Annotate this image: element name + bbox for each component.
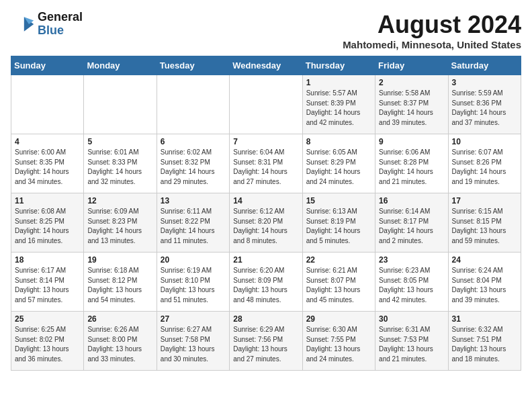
day-info: Sunrise: 6:07 AM Sunset: 8:26 PM Dayligh… bbox=[452, 148, 517, 187]
calendar-cell: 20Sunrise: 6:19 AM Sunset: 8:10 PM Dayli… bbox=[157, 253, 229, 312]
day-number: 15 bbox=[306, 196, 371, 205]
calendar-cell: 1Sunrise: 5:57 AM Sunset: 8:39 PM Daylig… bbox=[302, 75, 375, 134]
calendar-cell: 14Sunrise: 6:12 AM Sunset: 8:20 PM Dayli… bbox=[230, 193, 302, 253]
day-info: Sunrise: 6:32 AM Sunset: 7:51 PM Dayligh… bbox=[452, 325, 517, 364]
calendar-cell: 15Sunrise: 6:13 AM Sunset: 8:19 PM Dayli… bbox=[302, 193, 375, 253]
calendar-cell: 7Sunrise: 6:04 AM Sunset: 8:31 PM Daylig… bbox=[230, 134, 302, 193]
day-number: 28 bbox=[233, 314, 298, 324]
calendar-cell: 12Sunrise: 6:09 AM Sunset: 8:23 PM Dayli… bbox=[84, 193, 157, 253]
day-info: Sunrise: 6:17 AM Sunset: 8:14 PM Dayligh… bbox=[15, 266, 80, 305]
calendar-cell: 2Sunrise: 5:58 AM Sunset: 8:37 PM Daylig… bbox=[375, 75, 448, 134]
day-info: Sunrise: 6:26 AM Sunset: 8:00 PM Dayligh… bbox=[87, 325, 152, 364]
calendar-cell: 23Sunrise: 6:23 AM Sunset: 8:05 PM Dayli… bbox=[375, 253, 448, 312]
calendar-cell: 30Sunrise: 6:31 AM Sunset: 7:53 PM Dayli… bbox=[375, 312, 448, 371]
calendar-cell: 4Sunrise: 6:00 AM Sunset: 8:35 PM Daylig… bbox=[11, 134, 84, 193]
calendar-cell: 22Sunrise: 6:21 AM Sunset: 8:07 PM Dayli… bbox=[302, 253, 375, 312]
day-number: 6 bbox=[161, 137, 226, 146]
day-info: Sunrise: 6:27 AM Sunset: 7:58 PM Dayligh… bbox=[161, 325, 226, 364]
weekday-header-tuesday: Tuesday bbox=[157, 56, 229, 75]
week-row-3: 11Sunrise: 6:08 AM Sunset: 8:25 PM Dayli… bbox=[11, 193, 521, 253]
calendar-cell: 16Sunrise: 6:14 AM Sunset: 8:17 PM Dayli… bbox=[375, 193, 448, 253]
day-info: Sunrise: 5:59 AM Sunset: 8:36 PM Dayligh… bbox=[452, 89, 517, 128]
day-info: Sunrise: 6:00 AM Sunset: 8:35 PM Dayligh… bbox=[15, 148, 80, 187]
weekday-header-sunday: Sunday bbox=[11, 56, 84, 75]
calendar-cell: 8Sunrise: 6:05 AM Sunset: 8:29 PM Daylig… bbox=[302, 134, 375, 193]
calendar-cell bbox=[11, 75, 84, 134]
week-row-4: 18Sunrise: 6:17 AM Sunset: 8:14 PM Dayli… bbox=[11, 253, 521, 312]
calendar-cell: 10Sunrise: 6:07 AM Sunset: 8:26 PM Dayli… bbox=[448, 134, 521, 193]
day-info: Sunrise: 6:15 AM Sunset: 8:15 PM Dayligh… bbox=[452, 207, 517, 246]
day-number: 29 bbox=[306, 314, 371, 324]
day-number: 11 bbox=[15, 196, 80, 205]
weekday-header-saturday: Saturday bbox=[448, 56, 521, 75]
calendar-cell: 9Sunrise: 6:06 AM Sunset: 8:28 PM Daylig… bbox=[375, 134, 448, 193]
day-number: 18 bbox=[15, 255, 80, 265]
calendar-table: SundayMondayTuesdayWednesdayThursdayFrid… bbox=[11, 56, 521, 371]
weekday-header-wednesday: Wednesday bbox=[230, 56, 302, 75]
day-info: Sunrise: 6:04 AM Sunset: 8:31 PM Dayligh… bbox=[233, 148, 298, 187]
calendar-cell: 21Sunrise: 6:20 AM Sunset: 8:09 PM Dayli… bbox=[230, 253, 302, 312]
calendar-cell: 13Sunrise: 6:11 AM Sunset: 8:22 PM Dayli… bbox=[157, 193, 229, 253]
day-info: Sunrise: 6:01 AM Sunset: 8:33 PM Dayligh… bbox=[87, 148, 152, 187]
day-info: Sunrise: 6:11 AM Sunset: 8:22 PM Dayligh… bbox=[161, 207, 226, 246]
day-number: 1 bbox=[306, 78, 371, 87]
day-info: Sunrise: 6:21 AM Sunset: 8:07 PM Dayligh… bbox=[306, 266, 371, 305]
day-number: 17 bbox=[452, 196, 517, 205]
day-number: 27 bbox=[161, 314, 226, 324]
day-number: 5 bbox=[87, 137, 152, 146]
day-info: Sunrise: 6:19 AM Sunset: 8:10 PM Dayligh… bbox=[161, 266, 226, 305]
calendar-cell: 17Sunrise: 6:15 AM Sunset: 8:15 PM Dayli… bbox=[448, 193, 521, 253]
weekday-header-row: SundayMondayTuesdayWednesdayThursdayFrid… bbox=[11, 56, 521, 75]
day-info: Sunrise: 6:14 AM Sunset: 8:17 PM Dayligh… bbox=[379, 207, 444, 246]
calendar-cell: 11Sunrise: 6:08 AM Sunset: 8:25 PM Dayli… bbox=[11, 193, 84, 253]
day-number: 31 bbox=[452, 314, 517, 324]
day-number: 3 bbox=[452, 78, 517, 87]
logo-text: General Blue bbox=[38, 11, 83, 38]
day-info: Sunrise: 6:25 AM Sunset: 8:02 PM Dayligh… bbox=[15, 325, 80, 364]
calendar-cell bbox=[230, 75, 302, 134]
calendar-cell: 31Sunrise: 6:32 AM Sunset: 7:51 PM Dayli… bbox=[448, 312, 521, 371]
day-number: 25 bbox=[15, 314, 80, 324]
day-number: 13 bbox=[161, 196, 226, 205]
logo: General Blue bbox=[11, 11, 83, 38]
logo-icon bbox=[11, 12, 35, 36]
day-number: 26 bbox=[87, 314, 152, 324]
page-header: General Blue August 2024 Mahtomedi, Minn… bbox=[11, 11, 521, 50]
day-info: Sunrise: 5:58 AM Sunset: 8:37 PM Dayligh… bbox=[379, 89, 444, 128]
calendar-cell: 19Sunrise: 6:18 AM Sunset: 8:12 PM Dayli… bbox=[84, 253, 157, 312]
week-row-2: 4Sunrise: 6:00 AM Sunset: 8:35 PM Daylig… bbox=[11, 134, 521, 193]
weekday-header-thursday: Thursday bbox=[302, 56, 375, 75]
calendar-cell: 5Sunrise: 6:01 AM Sunset: 8:33 PM Daylig… bbox=[84, 134, 157, 193]
day-number: 23 bbox=[379, 255, 444, 265]
location: Mahtomedi, Minnesota, United States bbox=[343, 39, 521, 50]
day-number: 4 bbox=[15, 137, 80, 146]
day-number: 14 bbox=[233, 196, 298, 205]
calendar-cell bbox=[157, 75, 229, 134]
calendar-cell: 29Sunrise: 6:30 AM Sunset: 7:55 PM Dayli… bbox=[302, 312, 375, 371]
day-info: Sunrise: 6:09 AM Sunset: 8:23 PM Dayligh… bbox=[87, 207, 152, 246]
day-number: 22 bbox=[306, 255, 371, 265]
day-info: Sunrise: 6:18 AM Sunset: 8:12 PM Dayligh… bbox=[87, 266, 152, 305]
calendar-cell bbox=[84, 75, 157, 134]
calendar-cell: 6Sunrise: 6:02 AM Sunset: 8:32 PM Daylig… bbox=[157, 134, 229, 193]
calendar-cell: 27Sunrise: 6:27 AM Sunset: 7:58 PM Dayli… bbox=[157, 312, 229, 371]
calendar-cell: 18Sunrise: 6:17 AM Sunset: 8:14 PM Dayli… bbox=[11, 253, 84, 312]
calendar-cell: 26Sunrise: 6:26 AM Sunset: 8:00 PM Dayli… bbox=[84, 312, 157, 371]
week-row-1: 1Sunrise: 5:57 AM Sunset: 8:39 PM Daylig… bbox=[11, 75, 521, 134]
day-info: Sunrise: 6:20 AM Sunset: 8:09 PM Dayligh… bbox=[233, 266, 298, 305]
month-year: August 2024 bbox=[343, 11, 521, 39]
day-info: Sunrise: 6:12 AM Sunset: 8:20 PM Dayligh… bbox=[233, 207, 298, 246]
day-number: 21 bbox=[233, 255, 298, 265]
calendar-cell: 24Sunrise: 6:24 AM Sunset: 8:04 PM Dayli… bbox=[448, 253, 521, 312]
day-number: 12 bbox=[87, 196, 152, 205]
day-info: Sunrise: 5:57 AM Sunset: 8:39 PM Dayligh… bbox=[306, 89, 371, 128]
title-block: August 2024 Mahtomedi, Minnesota, United… bbox=[343, 11, 521, 50]
weekday-header-friday: Friday bbox=[375, 56, 448, 75]
day-number: 8 bbox=[306, 137, 371, 146]
day-number: 20 bbox=[161, 255, 226, 265]
day-number: 24 bbox=[452, 255, 517, 265]
day-info: Sunrise: 6:24 AM Sunset: 8:04 PM Dayligh… bbox=[452, 266, 517, 305]
day-info: Sunrise: 6:30 AM Sunset: 7:55 PM Dayligh… bbox=[306, 325, 371, 364]
day-info: Sunrise: 6:13 AM Sunset: 8:19 PM Dayligh… bbox=[306, 207, 371, 246]
day-number: 9 bbox=[379, 137, 444, 146]
